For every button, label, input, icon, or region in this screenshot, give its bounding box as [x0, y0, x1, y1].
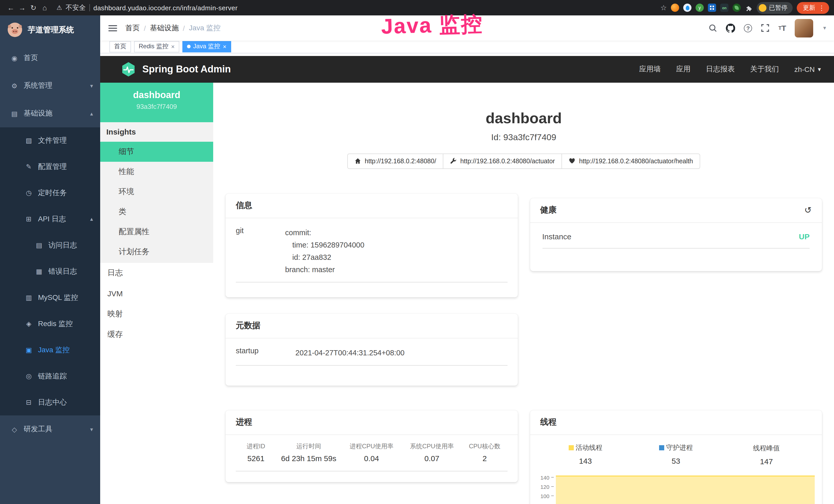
sba-menu-item-classes[interactable]: 类	[100, 202, 213, 222]
sidebar-item-redis-monitor[interactable]: ◈ Redis 监控	[0, 311, 100, 337]
threads-stat-daemon: 守护进程 53	[631, 443, 721, 465]
cards-right-column: 健康 ↺ Instance UP	[530, 193, 822, 504]
sidebar-item-label: API 日志	[38, 214, 66, 224]
tag-redis-monitor[interactable]: Redis 监控 ×	[134, 41, 179, 52]
sidebar-item-api-logs[interactable]: ⊞ API 日志 ▴	[0, 206, 100, 232]
y-axis-tick: 100	[535, 491, 553, 500]
sba-language-select[interactable]: zh-CN ▾	[794, 65, 821, 73]
tag-home[interactable]: 首页	[109, 41, 131, 52]
sba-menu-item-caches[interactable]: 缓存	[100, 324, 213, 345]
drop-shape	[685, 5, 689, 10]
trace-icon: ◎	[25, 372, 33, 380]
sba-menu-item-metrics[interactable]: 性能	[100, 161, 213, 182]
sba-nav-links: 应用墙 应用 日志报表 关于我们 zh-CN ▾	[639, 65, 821, 74]
sidebar-item-file-management[interactable]: ▧ 文件管理	[0, 127, 100, 154]
startup-value: 2021-04-27T00:44:31.254+08:00	[295, 346, 404, 359]
sba-nav-applications[interactable]: 应用	[676, 65, 691, 74]
sba-menu-item-details[interactable]: 细节	[100, 141, 213, 161]
sba-menu-insights-label[interactable]: Insights	[100, 122, 213, 141]
divider	[89, 4, 90, 11]
sba-nav-wallboard[interactable]: 应用墙	[639, 65, 661, 74]
sidebar-item-access-logs[interactable]: ▤ 访问日志	[0, 232, 100, 258]
sidebar-item-label: 定时任务	[38, 188, 67, 198]
legend-swatch-yellow	[568, 445, 574, 450]
github-icon[interactable]	[726, 23, 735, 32]
sidebar-item-label: 研发工具	[24, 425, 52, 434]
sidebar-item-scheduled-jobs[interactable]: ◷ 定时任务	[0, 180, 100, 206]
chevron-down-icon: ▾	[90, 83, 93, 89]
sba-menu-item-environment[interactable]: 环境	[100, 182, 213, 202]
sidebar-item-java-monitor[interactable]: ▣ Java 监控	[0, 337, 100, 363]
status-badge: UP	[799, 232, 810, 240]
instance-id-line: Id: 93a3fc7f7409	[225, 132, 822, 143]
sidebar-item-error-logs[interactable]: ▦ 错误日志	[0, 258, 100, 284]
startup-label: startup	[236, 346, 295, 359]
stat-label: 运行时间	[276, 442, 342, 451]
sba-menu-item-loggers[interactable]: 日志	[100, 263, 213, 283]
browser-forward-icon[interactable]: →	[17, 4, 28, 12]
top-navbar: 首页 / 基础设施 / Java 监控 ?	[100, 16, 834, 41]
sidebar-item-system[interactable]: ⚙ 系统管理 ▾	[0, 72, 100, 100]
sba-menu-item-jvm[interactable]: JVM	[100, 283, 213, 304]
git-label: git	[236, 226, 285, 275]
sba-menu-item-mappings[interactable]: 映射	[100, 304, 213, 324]
sba-menu-item-config-props[interactable]: 配置属性	[100, 222, 213, 242]
tag-java-monitor[interactable]: Java 监控 ×	[182, 41, 231, 52]
process-card-title: 进程	[236, 417, 252, 428]
sidebar-item-infra[interactable]: ▤ 基础设施 ▴	[0, 100, 100, 127]
sba-nav-journal[interactable]: 日志报表	[706, 65, 735, 74]
help-icon[interactable]: ?	[744, 24, 752, 32]
extensions-puzzle-icon[interactable]	[745, 4, 752, 12]
profile-paused-badge[interactable]: 已暂停	[757, 2, 793, 14]
search-icon[interactable]	[708, 24, 717, 32]
sidebar-item-mysql-monitor[interactable]: ▥ MySQL 监控	[0, 284, 100, 311]
extension-green-icon[interactable]: y	[696, 4, 704, 12]
sba-nav-about[interactable]: 关于我们	[750, 65, 779, 74]
process-card: 进程 进程ID 5261 运行时间	[225, 410, 518, 482]
sidebar-item-config-management[interactable]: ✎ 配置管理	[0, 154, 100, 180]
stat-label: 系统CPU使用率	[402, 442, 462, 451]
address-bar[interactable]: ⚠ 不安全 dashboard.yudao.iocoder.cn/infra/a…	[57, 3, 660, 12]
browser-back-icon[interactable]: ←	[5, 4, 17, 12]
app-title: 芋道管理系统	[28, 25, 74, 35]
profile-paused-label: 已暂停	[769, 3, 788, 12]
close-icon[interactable]: ×	[171, 43, 175, 50]
history-icon[interactable]: ↺	[805, 205, 812, 215]
sidebar-item-home[interactable]: ◉ 首页	[0, 44, 100, 72]
browser-home-icon[interactable]: ⌂	[39, 4, 50, 12]
home-link-button[interactable]: http://192.168.0.2:48080/	[347, 153, 443, 169]
threads-stat-live: 活动线程 143	[540, 443, 631, 465]
sba-instance-header[interactable]: dashboard 93a3fc7f7409	[100, 83, 213, 122]
card-title: 元数据	[225, 314, 518, 338]
extension-leaf-icon[interactable]	[732, 4, 741, 12]
active-tag-dot	[187, 45, 191, 48]
sidebar-item-label: 基础设施	[24, 109, 52, 118]
browser-menu-icon[interactable]: ⋮	[818, 4, 825, 12]
fullscreen-icon[interactable]	[761, 24, 770, 32]
git-branch-line: branch: master	[285, 263, 365, 275]
dashboard-icon: ◉	[10, 54, 19, 62]
breadcrumb-home[interactable]: 首页	[125, 23, 140, 32]
close-icon[interactable]: ×	[223, 43, 226, 50]
breadcrumb-infra[interactable]: 基础设施	[150, 23, 179, 32]
extension-grid-icon[interactable]	[708, 4, 716, 12]
bookmark-star-icon[interactable]: ☆	[660, 4, 667, 12]
extension-drop-icon[interactable]	[683, 4, 692, 12]
sba-sidebar: dashboard 93a3fc7f7409 Insights 细节 性能 环境…	[100, 83, 213, 504]
user-avatar[interactable]	[795, 19, 813, 37]
browser-reload-icon[interactable]: ↻	[28, 4, 39, 12]
extension-on-badge[interactable]: on	[720, 4, 728, 12]
hamburger-icon[interactable]	[108, 25, 117, 31]
font-size-icon[interactable]: TT	[778, 24, 786, 32]
health-link-button[interactable]: http://192.168.0.2:48080/actuator/health	[562, 153, 700, 169]
sba-menu-item-scheduled-tasks[interactable]: 计划任务	[100, 242, 213, 261]
browser-update-button[interactable]: 更新 ⋮	[797, 2, 829, 14]
sidebar-item-tracing[interactable]: ◎ 链路追踪	[0, 363, 100, 389]
sidebar-item-log-center[interactable]: ⊟ 日志中心	[0, 389, 100, 415]
app-logo-row[interactable]: 芋道管理系统	[0, 16, 100, 44]
y-axis-tick: 120	[535, 482, 553, 491]
actuator-link-button[interactable]: http://192.168.0.2:48080/actuator	[443, 153, 562, 169]
avatar-caret-icon[interactable]: ▾	[823, 25, 826, 31]
extension-monkey-icon[interactable]	[671, 4, 679, 12]
sidebar-item-dev-tools[interactable]: ◇ 研发工具 ▾	[0, 415, 100, 443]
